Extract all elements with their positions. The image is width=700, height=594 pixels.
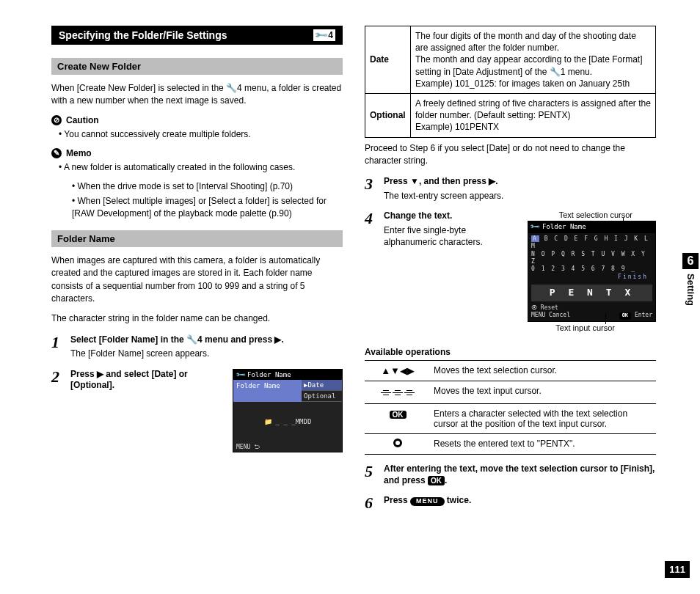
section-title-text: Specifying the Folder/File Settings: [59, 29, 227, 41]
step-5: 5 After entering the text, move the text…: [365, 463, 656, 486]
lcd-text-entry: 🔧Folder Name A B C D E F G H I J K L M N…: [528, 221, 656, 322]
step-5-text: After entering the text, move the text s…: [384, 463, 656, 486]
step-3-text: Press ▼, and then press ▶.: [384, 176, 656, 188]
op-val-2: Moves the text input cursor.: [431, 381, 656, 403]
subhead-create-new-folder: Create New Folder: [51, 58, 343, 75]
memo-heading: ✎ Memo: [51, 148, 343, 158]
cell-optional-head: Optional: [365, 93, 411, 137]
step-6: 6 Press MENU twice.: [365, 495, 656, 511]
op-val-1: Moves the text selection cursor.: [431, 360, 656, 381]
step-4: 4 Change the text. Enter five single-byt…: [365, 210, 656, 332]
chapter-number: 6: [682, 253, 699, 269]
caution-icon: ⊘: [51, 115, 62, 125]
para-create-intro: When [Create New Folder] is selected in …: [51, 82, 343, 108]
op-key-arrows: ▲▼◀▶: [365, 360, 431, 381]
step-4-sub: Enter five single-byte alphanumeric char…: [384, 224, 520, 248]
memo-intro: A new folder is automatically created in…: [59, 161, 343, 174]
memo-list: A new folder is automatically created in…: [51, 161, 343, 174]
caution-item: You cannot successively create multiple …: [59, 128, 343, 141]
after-table-note: Proceed to Step 6 if you select [Date] o…: [365, 142, 656, 168]
op-key-green: [365, 433, 431, 454]
cell-date-body: The four digits of the month and day of …: [411, 26, 656, 94]
para-folder-2: The character string in the folder name …: [51, 312, 343, 325]
cell-date-head: Date: [365, 26, 411, 94]
op-key-ok: OK: [365, 403, 431, 433]
subhead-folder-name: Folder Name: [51, 230, 343, 247]
step-4-text: Change the text.: [384, 210, 520, 222]
lcd-folder-name-select: 🔧Folder Name Folder Name ▶Date Optional …: [233, 369, 343, 452]
memo-sub-2: When [Select multiple images] or [Select…: [72, 195, 343, 220]
op-key-dial: ⌯⌯⌯: [365, 381, 431, 403]
step-2-text: Press ▶ and select [Date] or [Optional].: [70, 369, 225, 392]
caution-heading: ⊘ Caution: [51, 115, 343, 125]
step-6-text: Press MENU twice.: [384, 495, 656, 507]
op-val-3: Enters a character selected with the tex…: [431, 403, 656, 433]
step-1: 1 Select [Folder Name] in the 🔧4 menu an…: [51, 334, 343, 360]
step-2: 2 Press ▶ and select [Date] or [Optional…: [51, 369, 343, 452]
menu-ref-tag: 🔧4: [313, 29, 335, 41]
cell-optional-body: A freely defined string of five characte…: [411, 93, 656, 137]
step-1-sub: The [Folder Name] screen appears.: [70, 348, 343, 359]
page-number: 111: [665, 561, 690, 578]
wrench-icon: 🔧: [529, 221, 541, 233]
label-text-selection-cursor: Text selection cursor: [528, 210, 656, 219]
memo-sub-1: When the drive mode is set to [Interval …: [72, 180, 343, 193]
op-val-4: Resets the entered text to "PENTX".: [431, 433, 656, 454]
section-heading: Specifying the Folder/File Settings 🔧4: [51, 26, 343, 45]
folder-mode-table: Date The four digits of the month and da…: [365, 26, 656, 138]
memo-sublist: When the drive mode is set to [Interval …: [51, 180, 343, 219]
step-3-sub: The text-entry screen appears.: [384, 190, 656, 202]
step-1-text: Select [Folder Name] in the 🔧4 menu and …: [70, 334, 343, 346]
step-3: 3 Press ▼, and then press ▶. The text-en…: [365, 176, 656, 202]
operations-table: ▲▼◀▶Moves the text selection cursor. ⌯⌯⌯…: [365, 360, 656, 455]
chapter-tab: 6 Setting: [681, 253, 700, 306]
green-button-icon: [393, 439, 402, 447]
caution-list: You cannot successively create multiple …: [51, 128, 343, 141]
chapter-name: Setting: [685, 274, 696, 306]
available-operations-heading: Available operations: [365, 347, 656, 357]
label-text-input-cursor: Text input cursor: [528, 323, 656, 332]
memo-icon: ✎: [51, 148, 62, 158]
para-folder-1: When images are captured with this camer…: [51, 254, 343, 306]
wrench-icon: 🔧: [235, 369, 246, 380]
